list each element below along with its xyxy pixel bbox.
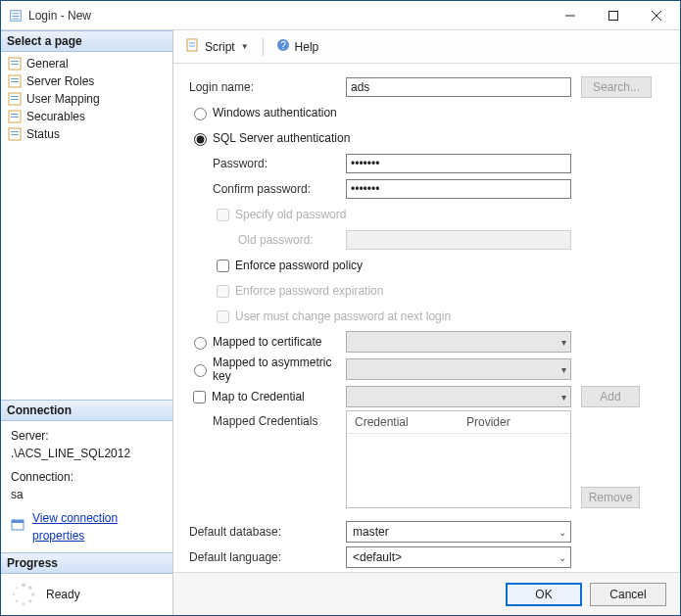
mapped-asym-radio-input[interactable] [194, 364, 207, 377]
page-icon [7, 73, 23, 89]
password-label: Password: [213, 157, 346, 170]
view-connection-properties-link[interactable]: View connection properties [32, 509, 165, 545]
chevron-down-icon[interactable]: ▼ [239, 42, 251, 51]
window-title: Login - New [28, 9, 549, 23]
properties-icon [11, 518, 26, 537]
remove-button: Remove [581, 487, 640, 508]
confirm-password-label: Confirm password: [213, 182, 346, 196]
sql-auth-radio[interactable]: SQL Server authentication [189, 130, 350, 146]
specify-old-password-check: Specify old password [213, 206, 346, 224]
page-icon [7, 56, 23, 71]
enforce-expiration-label: Enforce password expiration [235, 284, 383, 298]
script-icon [185, 37, 201, 56]
progress-panel: Ready [1, 574, 172, 615]
map-credential-check[interactable]: Map to Credential [189, 388, 346, 406]
sql-auth-label: SQL Server authentication [213, 131, 350, 145]
sidebar-item-general[interactable]: General [1, 55, 172, 72]
minimize-button[interactable] [549, 1, 592, 29]
mapped-credentials-grid[interactable]: Credential Provider [346, 410, 571, 508]
must-change-check: User must change password at next login [213, 308, 451, 326]
page-list: General Server Roles User Mapping Secura… [1, 52, 172, 149]
enforce-policy-label: Enforce password policy [235, 259, 363, 272]
left-panel: Select a page General Server Roles User … [1, 30, 173, 615]
svg-rect-9 [11, 78, 19, 79]
svg-rect-15 [11, 114, 19, 115]
svg-rect-16 [11, 117, 19, 118]
page-icon [7, 126, 23, 142]
search-button[interactable]: Search... [581, 76, 652, 98]
script-button[interactable]: Script ▼ [181, 35, 255, 58]
default-db-label: Default database: [189, 525, 346, 539]
mapped-cert-radio-input[interactable] [194, 337, 207, 350]
svg-point-28 [13, 593, 15, 595]
progress-heading: Progress [1, 552, 172, 574]
certificate-dropdown: ▾ [346, 331, 571, 353]
titlebar[interactable]: Login - New [1, 1, 680, 30]
connection-label: Connection: [11, 468, 165, 486]
login-name-input[interactable] [346, 77, 571, 97]
grid-col-credential: Credential [347, 411, 459, 433]
svg-point-29 [16, 587, 18, 589]
svg-point-27 [16, 600, 18, 602]
login-name-label: Login name: [189, 80, 346, 94]
mapped-credentials-label: Mapped Credentials [189, 410, 346, 428]
windows-auth-radio[interactable]: Windows authentication [189, 105, 337, 120]
svg-rect-19 [11, 134, 19, 135]
connection-heading: Connection [1, 400, 172, 421]
windows-auth-radio-input[interactable] [194, 108, 207, 120]
svg-rect-4 [609, 11, 618, 20]
mapped-cert-label: Mapped to certificate [213, 335, 321, 349]
help-button[interactable]: ? Help [271, 35, 323, 58]
old-password-label: Old password: [238, 233, 346, 247]
close-button[interactable] [635, 1, 678, 29]
default-lang-value: <default> [353, 550, 402, 564]
windows-auth-label: Windows authentication [213, 106, 337, 119]
svg-rect-6 [11, 61, 19, 62]
svg-rect-2 [13, 16, 20, 17]
must-change-input [217, 310, 229, 323]
svg-rect-10 [11, 81, 19, 82]
confirm-password-input[interactable] [346, 179, 571, 199]
app-icon [9, 9, 23, 23]
cancel-button[interactable]: Cancel [590, 583, 666, 606]
enforce-policy-check[interactable]: Enforce password policy [213, 257, 363, 275]
default-db-value: master [353, 525, 389, 539]
spinner-icon [11, 582, 36, 607]
maximize-button[interactable] [592, 1, 635, 29]
svg-rect-3 [13, 18, 20, 19]
server-label: Server: [11, 427, 165, 445]
sidebar-label: Status [26, 127, 60, 141]
map-credential-label: Map to Credential [212, 390, 305, 403]
default-language-dropdown[interactable]: <default> ⌄ [346, 546, 571, 568]
mapped-cert-radio[interactable]: Mapped to certificate [189, 334, 346, 350]
login-dialog: Login - New Select a page General Server… [0, 0, 681, 616]
map-credential-input[interactable] [193, 391, 206, 403]
select-page-heading: Select a page [1, 30, 172, 52]
progress-status: Ready [46, 588, 80, 601]
ok-button[interactable]: OK [506, 583, 582, 606]
svg-point-22 [22, 583, 25, 587]
sidebar-item-server-roles[interactable]: Server Roles [1, 72, 172, 90]
sidebar-item-status[interactable]: Status [1, 125, 172, 143]
sidebar-item-user-mapping[interactable]: User Mapping [1, 90, 172, 108]
password-input[interactable] [346, 154, 571, 173]
svg-text:?: ? [280, 40, 286, 51]
connection-value: sa [11, 486, 165, 503]
specify-old-password-input [217, 209, 229, 221]
svg-rect-18 [11, 131, 19, 132]
sql-auth-radio-input[interactable] [194, 133, 207, 146]
sidebar-label: Securables [26, 110, 85, 123]
old-password-input [346, 230, 571, 250]
chevron-down-icon: ⌄ [559, 527, 566, 538]
svg-point-24 [31, 592, 34, 595]
default-database-dropdown[interactable]: master ⌄ [346, 521, 571, 543]
help-icon: ? [275, 37, 291, 56]
sidebar-label: User Mapping [26, 92, 100, 106]
enforce-policy-input[interactable] [217, 260, 229, 272]
mapped-asym-radio[interactable]: Mapped to asymmetric key [189, 355, 346, 383]
sidebar-item-securables[interactable]: Securables [1, 108, 172, 125]
svg-rect-7 [11, 64, 19, 65]
server-value: .\ACS_LINE_SQL2012 [11, 445, 165, 462]
toolbar: Script ▼ ? Help [173, 30, 680, 64]
dialog-footer: OK Cancel [173, 572, 680, 615]
